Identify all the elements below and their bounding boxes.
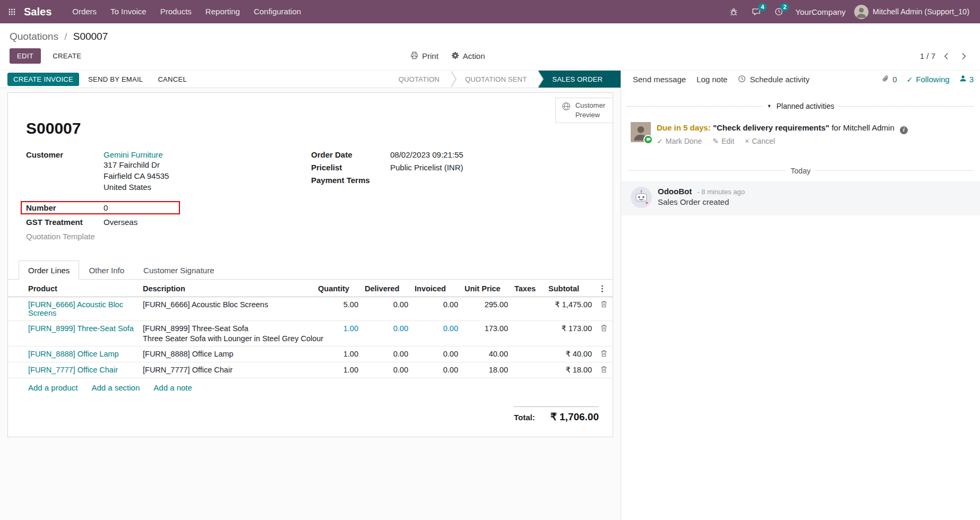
activity-edit-button[interactable]: ✎Edit: [712, 137, 734, 145]
menu-reporting[interactable]: Reporting: [199, 0, 247, 23]
log-note-button[interactable]: Log note: [691, 73, 733, 86]
col-invoiced[interactable]: Invoiced: [411, 280, 461, 297]
order-line-row[interactable]: [FURN_7777] Office Chair [FURN_7777] Off…: [8, 362, 613, 378]
planned-activities-label[interactable]: Planned activities: [776, 102, 834, 110]
field-groups: Customer Gemini Furniture 317 Fairchild …: [8, 137, 613, 245]
activity-cancel-button[interactable]: ×Cancel: [745, 137, 775, 145]
activities-clock-icon[interactable]: 2: [769, 4, 789, 19]
stage-quotation[interactable]: QUOTATION: [385, 71, 451, 88]
invoiced-cell: 0.00: [411, 362, 461, 378]
check-icon: ✓: [657, 137, 663, 145]
subtotal-cell: ₹ 1,475.00: [545, 297, 595, 321]
col-taxes[interactable]: Taxes: [511, 280, 545, 297]
company-name[interactable]: YourCompany: [795, 7, 846, 16]
print-button[interactable]: Print: [410, 51, 439, 61]
tab-customer-signature[interactable]: Customer Signature: [134, 261, 223, 280]
field-column-left: Customer Gemini Furniture 317 Fairchild …: [26, 150, 311, 245]
attachment-count: 0: [892, 75, 897, 84]
stage-sales-order[interactable]: SALES ORDER: [538, 71, 621, 88]
taxes-cell: [511, 297, 545, 321]
product-link[interactable]: [FURN_7777] Office Chair: [28, 366, 118, 374]
followers-button[interactable]: 3: [959, 75, 974, 84]
col-subtotal[interactable]: Subtotal: [545, 280, 595, 297]
col-delivered[interactable]: Delivered: [362, 280, 411, 297]
col-quantity[interactable]: Quantity: [315, 280, 362, 297]
user-avatar: [854, 5, 869, 19]
col-unit-price[interactable]: Unit Price: [461, 280, 511, 297]
menu-products[interactable]: Products: [153, 0, 199, 23]
pager: 1 / 7: [920, 51, 970, 61]
user-menu[interactable]: Mitchell Admin (Support_10): [854, 5, 969, 19]
order-lines-table: Product Description Quantity Delivered I…: [8, 280, 613, 378]
order-date-value[interactable]: 08/02/2023 09:21:55: [390, 150, 463, 159]
product-link[interactable]: [FURN_8999] Three-Seat Sofa: [28, 324, 134, 333]
breadcrumb-separator: /: [64, 31, 67, 42]
col-product[interactable]: Product: [8, 280, 140, 297]
edit-button[interactable]: EDIT: [10, 48, 41, 64]
gst-treatment-value[interactable]: Overseas: [104, 218, 137, 227]
menu-configuration[interactable]: Configuration: [247, 0, 308, 23]
delete-line-icon[interactable]: [600, 350, 607, 359]
tab-other-info[interactable]: Other Info: [79, 261, 134, 280]
description-extra-line: Three Seater Sofa with Lounger in Steel …: [143, 334, 312, 343]
attachments-button[interactable]: 0: [882, 75, 897, 84]
schedule-activity-button[interactable]: Schedule activity: [733, 73, 815, 86]
collapse-caret-icon[interactable]: ▼: [767, 103, 772, 109]
notebook-tabs: Order Lines Other Info Customer Signatur…: [8, 261, 613, 280]
delete-line-icon[interactable]: [600, 300, 607, 309]
messages-icon[interactable]: 4: [746, 4, 767, 19]
menu-orders[interactable]: Orders: [65, 0, 104, 23]
control-panel-buttons: EDIT CREATE Print Acti: [10, 48, 970, 64]
delete-line-icon[interactable]: [600, 324, 607, 333]
chatter-message: ♥ OdooBot - 8 minutes ago Sales Order cr…: [621, 181, 980, 215]
send-message-button[interactable]: Send message: [627, 73, 691, 86]
optional-columns-icon[interactable]: ⋮: [595, 280, 613, 297]
main-content: CREATE INVOICE SEND BY EMAIL CANCEL QUOT…: [0, 71, 980, 520]
chatter-toolbar: Send message Log note Schedule activity …: [621, 71, 980, 88]
customer-preview-button[interactable]: Customer Preview: [555, 98, 613, 123]
activity-summary: "Check delivery requirements": [713, 123, 829, 132]
product-link[interactable]: [FURN_8888] Office Lamp: [28, 350, 119, 358]
number-field-highlighted: Number 0: [21, 201, 180, 214]
order-line-row[interactable]: [FURN_8888] Office Lamp [FURN_8888] Offi…: [8, 346, 613, 362]
total-label: Total:: [514, 413, 535, 422]
order-line-row[interactable]: [FURN_6666] Acoustic Bloc Screens [FURN_…: [8, 297, 613, 321]
menu-to-invoice[interactable]: To Invoice: [104, 0, 153, 23]
pricelist-value[interactable]: Public Pricelist (INR): [390, 163, 463, 172]
create-button[interactable]: CREATE: [45, 48, 89, 64]
bug-icon[interactable]: [724, 4, 744, 19]
line-add-links: Add a product Add a section Add a note: [8, 378, 613, 397]
activity-assignee: for Mitchell Admin: [831, 123, 894, 132]
product-link[interactable]: [FURN_6666] Acoustic Bloc Screens: [28, 300, 123, 317]
delete-line-icon[interactable]: [600, 366, 607, 375]
svg-text:♥: ♥: [646, 201, 648, 205]
create-invoice-button[interactable]: CREATE INVOICE: [7, 73, 79, 86]
breadcrumb-quotations[interactable]: Quotations: [10, 31, 58, 42]
quotation-template-label: Quotation Template: [26, 232, 95, 241]
control-panel: Quotations / S00007 EDIT CREATE Print: [0, 23, 980, 71]
action-button[interactable]: Action: [451, 51, 485, 61]
add-a-section-link[interactable]: Add a section: [91, 383, 140, 392]
pager-previous-icon[interactable]: [940, 51, 953, 61]
info-icon[interactable]: i: [900, 126, 908, 134]
add-a-product-link[interactable]: Add a product: [28, 383, 78, 392]
activity-type-badge: [643, 135, 653, 144]
following-button[interactable]: ✓ Following: [907, 75, 950, 84]
breadcrumb-current: S00007: [73, 31, 108, 42]
send-by-email-button[interactable]: SEND BY EMAIL: [82, 73, 149, 86]
tab-order-lines[interactable]: Order Lines: [19, 261, 79, 280]
add-a-note-link[interactable]: Add a note: [153, 383, 192, 392]
mark-done-button[interactable]: ✓Mark Done: [657, 137, 702, 145]
customer-link[interactable]: Gemini Furniture: [104, 150, 163, 159]
app-name[interactable]: Sales: [24, 6, 51, 18]
message-author[interactable]: OdooBot: [658, 187, 692, 196]
order-line-row[interactable]: [FURN_8999] Three-Seat Sofa [FURN_8999] …: [8, 321, 613, 346]
cancel-button[interactable]: CANCEL: [152, 73, 193, 86]
apps-grid-icon[interactable]: [0, 8, 24, 15]
order-date-label: Order Date: [311, 150, 390, 159]
stage-quotation-sent[interactable]: QUOTATION SENT: [451, 71, 538, 88]
quantity-cell: 1.00: [315, 362, 362, 378]
col-description[interactable]: Description: [140, 280, 315, 297]
number-value[interactable]: 0: [104, 203, 108, 212]
pager-next-icon[interactable]: [957, 51, 970, 61]
